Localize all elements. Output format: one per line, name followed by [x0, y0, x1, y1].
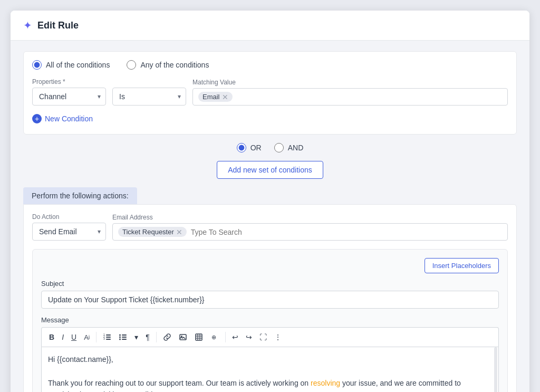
do-action-label: Do Action — [32, 213, 106, 221]
condition-form-row: Properties * Channel ▾ Is ▾ — [32, 78, 508, 106]
ordered-list-button[interactable]: 123 — [100, 331, 114, 343]
paragraph-button[interactable]: ¶ — [142, 331, 153, 343]
email-address-label: Email Address — [112, 214, 508, 221]
link-button[interactable] — [160, 331, 175, 343]
add-set-button[interactable]: Add new set of conditions — [217, 161, 323, 179]
image-button[interactable] — [176, 331, 190, 343]
plus-icon: + — [32, 114, 42, 123]
matching-value-input[interactable]: Email ✕ — [192, 88, 508, 106]
condition-radio-group: All of the conditions Any of the conditi… — [32, 60, 508, 70]
properties-select[interactable]: Channel — [32, 88, 106, 106]
bold-button[interactable]: B — [46, 331, 57, 343]
font-size-button[interactable]: Ai — [81, 331, 93, 343]
operator-select[interactable]: Is — [112, 88, 186, 106]
properties-group: Properties * Channel ▾ — [32, 78, 106, 106]
svg-rect-7 — [122, 337, 127, 338]
more-button[interactable]: ⋮ — [271, 331, 285, 343]
svg-point-10 — [119, 337, 121, 338]
and-option[interactable]: AND — [274, 143, 304, 152]
special-char-button[interactable]: ⊕ — [207, 331, 222, 343]
or-radio[interactable] — [237, 143, 246, 152]
all-conditions-radio[interactable] — [32, 60, 42, 70]
message-line1: Hi {{contact.name}}, — [48, 353, 492, 365]
email-address-group: Email Address Ticket Requester ✕ — [112, 214, 508, 241]
svg-text:3: 3 — [103, 337, 105, 340]
subject-input[interactable] — [41, 291, 499, 309]
do-action-group: Do Action Send Email ▾ — [32, 213, 106, 241]
toolbar-sep-2 — [156, 332, 157, 342]
any-conditions-radio[interactable] — [127, 60, 136, 70]
svg-point-11 — [119, 339, 121, 340]
svg-rect-1 — [106, 337, 111, 338]
rte-content[interactable]: Hi {{contact.name}}, Thank you for reach… — [41, 347, 499, 392]
logic-row: OR AND — [23, 143, 517, 152]
any-conditions-option[interactable]: Any of the conditions — [127, 60, 209, 70]
new-condition-button[interactable]: + New Condition — [32, 112, 93, 126]
sparkle-icon: ✦ — [23, 19, 32, 32]
email-tag: Email ✕ — [198, 92, 233, 102]
insert-placeholder-button[interactable]: Insert Placeholders — [425, 258, 499, 273]
toolbar-sep-3 — [225, 332, 226, 342]
subject-label: Subject — [41, 280, 499, 288]
email-search-input[interactable] — [191, 228, 502, 236]
operator-group: Is ▾ — [112, 78, 186, 106]
svg-text:⊕: ⊕ — [211, 334, 216, 340]
conditions-card: All of the conditions Any of the conditi… — [23, 51, 517, 135]
or-option[interactable]: OR — [237, 143, 262, 152]
email-tag-close[interactable]: ✕ — [222, 93, 228, 101]
unordered-list-button[interactable] — [115, 331, 130, 343]
matching-value-label: Matching Value — [192, 79, 508, 86]
edit-rule-modal: ✦ Edit Rule All of the conditions Any of… — [11, 11, 529, 392]
actions-section: Perform the following actions: Do Action… — [23, 187, 517, 392]
redo-button[interactable]: ↪ — [243, 331, 255, 343]
svg-rect-8 — [122, 339, 127, 340]
modal-title: Edit Rule — [37, 20, 79, 31]
svg-rect-6 — [122, 334, 127, 336]
all-conditions-option[interactable]: All of the conditions — [32, 60, 110, 70]
matching-value-group: Matching Value Email ✕ — [192, 79, 508, 106]
message-label: Message — [41, 316, 499, 324]
actions-header: Perform the following actions: — [23, 187, 137, 204]
operator-select-wrapper: Is ▾ — [112, 88, 186, 106]
list-dropdown-button[interactable]: ▾ — [131, 331, 141, 343]
toolbar-sep-1 — [96, 332, 97, 342]
email-address-input[interactable]: Ticket Requester ✕ — [112, 223, 508, 241]
message-line2: Thank you for reaching out to our suppor… — [48, 377, 492, 392]
undo-button[interactable]: ↩ — [229, 331, 242, 343]
rte-toolbar: B I U Ai 123 ▾ ¶ — [41, 327, 499, 347]
editor-top-row: Insert Placeholders — [41, 258, 499, 273]
ticket-requester-tag-close[interactable]: ✕ — [176, 228, 182, 236]
svg-rect-2 — [106, 339, 111, 340]
do-action-select-wrapper: Send Email ▾ — [32, 223, 106, 241]
and-radio[interactable] — [274, 143, 284, 152]
modal-header: ✦ Edit Rule — [11, 11, 529, 41]
actions-card: Do Action Send Email ▾ Email Address — [23, 204, 517, 392]
svg-rect-14 — [196, 334, 202, 340]
svg-rect-0 — [106, 334, 111, 336]
svg-point-9 — [119, 334, 121, 336]
fullscreen-button[interactable]: ⛶ — [256, 331, 270, 343]
highlight-text: resolving — [311, 379, 340, 387]
action-row: Do Action Send Email ▾ Email Address — [32, 213, 508, 241]
italic-button[interactable]: I — [59, 331, 67, 343]
do-action-select[interactable]: Send Email — [32, 223, 106, 241]
properties-label: Properties * — [32, 78, 106, 85]
scrollbar[interactable] — [494, 347, 497, 392]
ticket-requester-tag: Ticket Requester ✕ — [118, 227, 187, 237]
operator-label — [112, 78, 186, 85]
modal-body: All of the conditions Any of the conditi… — [11, 41, 529, 392]
email-editor: Insert Placeholders Subject Message B I … — [32, 249, 508, 392]
underline-button[interactable]: U — [68, 331, 80, 343]
properties-select-wrapper: Channel ▾ — [32, 88, 106, 106]
table-button[interactable] — [191, 331, 206, 343]
